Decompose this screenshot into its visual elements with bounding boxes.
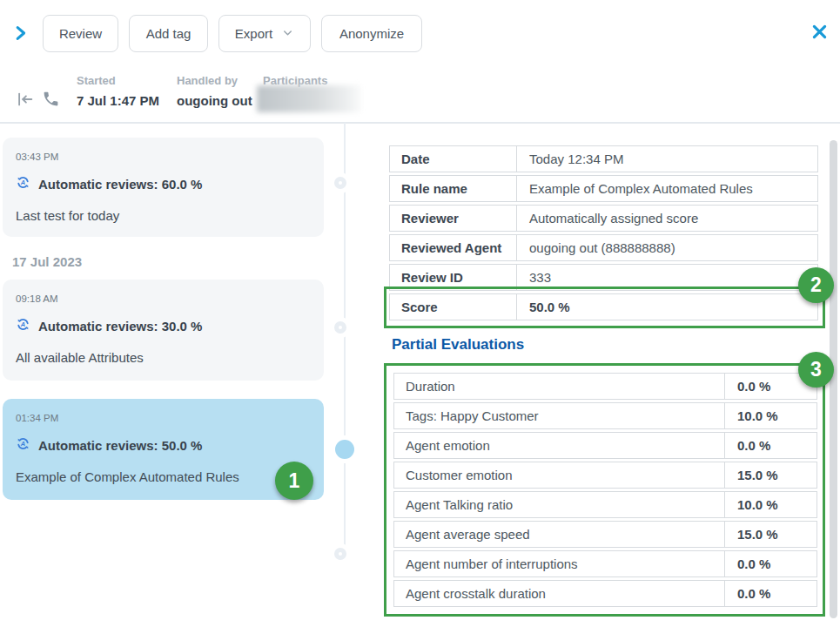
automatic-review-icon: A — [16, 317, 30, 335]
automatic-review-icon: A — [16, 436, 30, 455]
handled-by-label: Handled by — [177, 74, 252, 87]
annotation-badge-1: 1 — [275, 462, 313, 500]
svg-text:A: A — [20, 320, 25, 328]
row-label: Rule name — [390, 176, 517, 201]
chevron-down-icon — [281, 26, 294, 42]
timeline-dot[interactable] — [334, 321, 346, 334]
review-card-time: 09:18 AM — [16, 293, 311, 304]
review-card-time: 01:34 PM — [16, 413, 311, 423]
review-card[interactable]: 09:18 AM A Automatic reviews: 30.0 % All… — [3, 280, 324, 381]
review-card-description: All available Attributes — [16, 350, 311, 365]
review-card-title: Automatic reviews: 50.0 % — [38, 438, 202, 453]
table-row: Reviewed Agent ougoing out (888888888) — [389, 234, 818, 261]
partial-evaluations-heading: Partial Evaluations — [392, 336, 524, 354]
row-label: Reviewed Agent — [390, 235, 517, 260]
export-button[interactable]: Export — [218, 15, 311, 52]
row-label: Date — [390, 146, 517, 172]
row-value: 333 — [517, 270, 551, 285]
row-value: Automatically assigned score — [517, 211, 698, 226]
anonymize-button[interactable]: Anonymize — [321, 15, 422, 52]
annotation-badge-3: 3 — [798, 352, 834, 388]
started-label: Started — [77, 74, 159, 87]
review-card-description: Example of Complex Automated Rules — [16, 469, 311, 484]
date-divider: 17 Jul 2023 — [12, 254, 82, 269]
annotation-box-partial-evaluations — [384, 363, 825, 617]
started-field: Started 7 Jul 1:47 PM — [77, 74, 159, 108]
phone-call-icon — [42, 90, 60, 111]
row-value: Example of Complex Automated Rules — [517, 181, 753, 196]
review-card-title: Automatic reviews: 30.0 % — [38, 319, 202, 334]
participants-redacted-value — [257, 85, 361, 112]
started-value: 7 Jul 1:47 PM — [77, 93, 159, 108]
table-row: Reviewer Automatically assigned score — [389, 205, 818, 232]
row-value: Today 12:34 PM — [517, 152, 623, 166]
header-divider — [0, 122, 840, 124]
svg-text:A: A — [20, 440, 25, 448]
row-value: ougoing out (888888888) — [517, 240, 675, 255]
add-tag-button[interactable]: Add tag — [129, 15, 208, 52]
expand-panel-icon[interactable] — [10, 24, 30, 46]
row-label: Reviewer — [390, 206, 517, 231]
export-button-label: Export — [235, 26, 272, 41]
review-card-description: Last test for today — [16, 208, 311, 223]
table-row: Rule name Example of Complex Automated R… — [389, 175, 818, 202]
review-card-time: 03:43 PM — [16, 152, 311, 162]
annotation-badge-2: 2 — [798, 267, 834, 303]
review-card[interactable]: 03:43 PM A Automatic reviews: 60.0 % Las… — [3, 138, 324, 237]
annotation-box-score — [384, 287, 825, 328]
call-review-detail-window: Review Add tag Export Anonymize Started … — [0, 0, 840, 627]
svg-text:A: A — [20, 179, 25, 186]
handled-by-value: ougoing out — [177, 93, 252, 108]
timeline-rail — [344, 123, 346, 560]
review-card-title: Automatic reviews: 60.0 % — [38, 177, 202, 192]
inbound-direction-icon — [16, 90, 35, 112]
handled-by-field: Handled by ougoing out — [177, 74, 252, 108]
close-icon[interactable] — [809, 23, 830, 44]
timeline-dot[interactable] — [334, 177, 346, 189]
timeline-dot[interactable] — [334, 548, 346, 560]
table-row: Date Today 12:34 PM — [389, 145, 818, 172]
timeline-dot-selected[interactable] — [335, 440, 354, 459]
automatic-review-icon: A — [16, 175, 30, 193]
review-button[interactable]: Review — [43, 15, 118, 52]
